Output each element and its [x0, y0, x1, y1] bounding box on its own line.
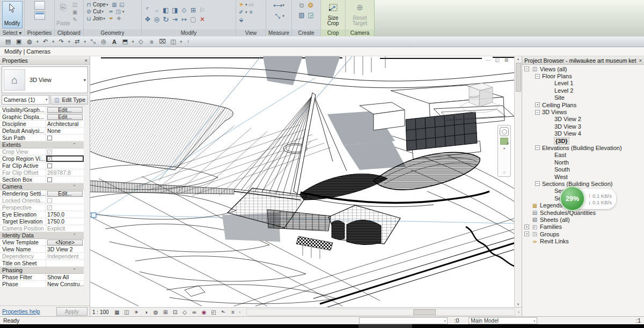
- undo-icon[interactable]: [42, 38, 49, 46]
- design-option-combo[interactable]: Main Model▾: [469, 317, 537, 324]
- horizontal-scrollbar-thumb[interactable]: [413, 309, 436, 315]
- property-row[interactable]: Dependency Independent Independent: [0, 253, 84, 260]
- measure-along-icon[interactable]: [273, 12, 282, 20]
- tree-item[interactable]: Floor Plans: [522, 72, 644, 79]
- copy-element-icon[interactable]: [152, 15, 161, 24]
- trim-icon[interactable]: [171, 15, 179, 24]
- tree-item-label[interactable]: Legends: [540, 202, 562, 208]
- tree-expander-icon[interactable]: [524, 225, 529, 229]
- hide-icon[interactable]: [248, 1, 255, 8]
- customize-qat-icon[interactable]: ⌇: [187, 40, 189, 44]
- property-edit-button[interactable]: Edit...: [47, 191, 83, 197]
- navbar-options-icon[interactable]: ○: [503, 170, 506, 175]
- default-3d-view-icon[interactable]: [121, 38, 129, 46]
- property-row[interactable]: Camera Position Explicit Explicit: [0, 225, 84, 232]
- type-dropdown-icon[interactable]: ▾: [84, 78, 86, 83]
- property-checkbox[interactable]: [47, 136, 52, 140]
- edit-type-button[interactable]: Edit Type: [50, 95, 88, 105]
- tree-expander-icon[interactable]: [524, 66, 529, 71]
- scrollbar-down-icon[interactable]: ▾: [517, 302, 519, 307]
- paint-icon[interactable]: [108, 15, 115, 22]
- property-row[interactable]: Identity Data: [0, 232, 84, 239]
- property-row[interactable]: Perspective: [0, 204, 84, 211]
- property-row[interactable]: Crop View: [0, 148, 84, 155]
- property-edit-button[interactable]: Edit...: [47, 107, 83, 113]
- properties-palette-icon[interactable]: [34, 11, 45, 20]
- property-row[interactable]: Graphic Displa... Edit... Edit...: [0, 114, 84, 121]
- redo-dropdown-icon[interactable]: ▾: [68, 40, 70, 44]
- group-label-create[interactable]: Create: [292, 29, 320, 36]
- displace-elements-icon[interactable]: [220, 309, 227, 316]
- paste-button[interactable]: Paste: [56, 1, 70, 28]
- tree-item-label[interactable]: West: [554, 174, 568, 180]
- tree-expander-icon[interactable]: [535, 74, 540, 79]
- tree-item-label[interactable]: Floor Plans: [542, 73, 572, 79]
- visual-style-icon[interactable]: [123, 309, 130, 316]
- reveal-hidden-elements-icon[interactable]: [201, 309, 208, 316]
- close-view-icon[interactable]: ⊠: [503, 57, 510, 63]
- tree-item[interactable]: Families: [522, 223, 644, 230]
- property-row[interactable]: Rendering Setti... Edit... Edit...: [0, 190, 84, 197]
- beam-join-icon[interactable]: [107, 8, 114, 15]
- tree-item-label[interactable]: Elevations (Building Elevation): [542, 145, 622, 151]
- section-icon[interactable]: [137, 38, 145, 46]
- property-value[interactable]: [46, 162, 84, 169]
- linework-icon[interactable]: [238, 9, 245, 16]
- text-icon[interactable]: [111, 38, 118, 46]
- tree-item-label[interactable]: Level 2: [554, 87, 573, 94]
- tree-item[interactable]: Schedules/Quantities: [522, 209, 644, 216]
- tree-expander-icon[interactable]: [535, 145, 540, 150]
- override-icon[interactable]: [248, 9, 255, 16]
- tree-item[interactable]: West: [522, 173, 644, 180]
- properties-help-link[interactable]: Properties help: [2, 308, 40, 315]
- property-row[interactable]: Eye Elevation 1750.0 1750.0: [0, 211, 84, 218]
- create-similar-icon[interactable]: [306, 1, 315, 10]
- model-canvas[interactable]: RIGHT — ◱ ⊠ ▾ ○ ▴ ▾: [90, 56, 522, 307]
- switch-windows-icon[interactable]: [170, 38, 177, 46]
- create-group-icon[interactable]: [297, 1, 306, 10]
- property-checkbox[interactable]: [47, 163, 52, 168]
- property-value[interactable]: Explicit Explicit: [46, 225, 84, 232]
- tree-item[interactable]: East: [522, 152, 644, 159]
- tree-item-label[interactable]: Level 1: [554, 80, 573, 86]
- property-value[interactable]: None None: [46, 128, 84, 134]
- properties-title-bar[interactable]: Properties ×: [0, 56, 90, 65]
- tree-item-label[interactable]: Site: [554, 94, 565, 101]
- property-row[interactable]: View Template <None> <None>: [0, 239, 84, 246]
- align-icon[interactable]: [143, 6, 152, 14]
- property-row[interactable]: Sun Path: [0, 135, 84, 141]
- demolish-icon[interactable]: [115, 15, 122, 22]
- property-row[interactable]: Section Box: [0, 176, 84, 183]
- tree-item-label[interactable]: 3D Views: [542, 109, 567, 115]
- tree-item-label[interactable]: 3D View 4: [554, 130, 581, 137]
- apply-button[interactable]: Apply: [56, 307, 87, 316]
- cope-dropdown-icon[interactable]: ▾: [106, 3, 108, 7]
- tag-icon[interactable]: [100, 38, 107, 46]
- property-row[interactable]: Default Analysi... None None: [0, 128, 84, 135]
- tree-item-label[interactable]: Sections (Building Section): [542, 181, 612, 187]
- mirror-draw-icon[interactable]: [171, 6, 179, 14]
- tree-item-label[interactable]: South: [554, 166, 570, 173]
- property-row[interactable]: Discipline Architectural Architectural: [0, 121, 84, 128]
- reset-target-button[interactable]: Reset Target: [348, 1, 372, 28]
- properties-close-icon[interactable]: ×: [85, 58, 87, 63]
- tree-item[interactable]: 3D Views: [522, 108, 644, 115]
- wall-joins-icon[interactable]: [118, 1, 125, 8]
- property-value[interactable]: [46, 260, 84, 266]
- tree-expander-icon[interactable]: [535, 181, 540, 186]
- property-value[interactable]: New Constru... New Constru...: [46, 281, 84, 287]
- tree-item[interactable]: {3D}: [522, 137, 644, 144]
- sync-dropdown-icon[interactable]: ▾: [36, 40, 39, 44]
- tree-expander-icon[interactable]: [535, 102, 540, 107]
- tree-item-label[interactable]: Revit Links: [540, 238, 569, 244]
- property-checkbox[interactable]: [47, 205, 52, 210]
- lighting-icon[interactable]: [238, 1, 245, 8]
- property-value[interactable]: [46, 197, 84, 204]
- restore-icon[interactable]: ◱: [494, 57, 501, 63]
- property-row[interactable]: Title on Sheet: [0, 260, 84, 267]
- join-icon[interactable]: [85, 15, 92, 22]
- tree-item-label[interactable]: Sheets (all): [540, 217, 570, 223]
- group-label-view[interactable]: View: [236, 29, 266, 36]
- minimize-icon[interactable]: —: [485, 57, 492, 63]
- cope-label[interactable]: Cope: [93, 2, 106, 8]
